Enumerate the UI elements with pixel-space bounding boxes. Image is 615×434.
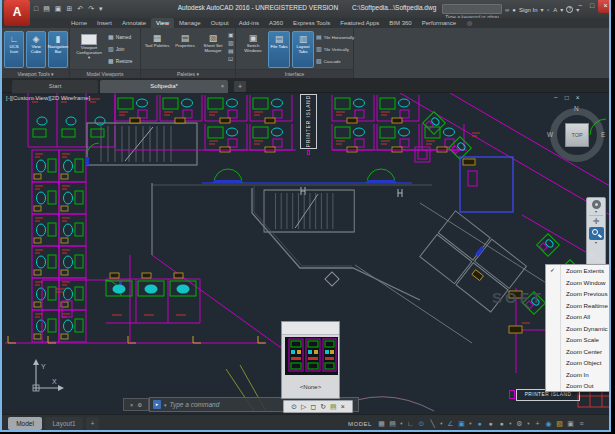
isolate-objects-icon[interactable]: ▧ (554, 415, 565, 432)
tile-vertically-button[interactable]: ▥ Tile Vertically (316, 44, 349, 55)
steering-wheel-icon[interactable] (592, 200, 601, 209)
drawing-minimize-icon[interactable]: − (554, 94, 558, 101)
stop-icon[interactable]: ◻ (310, 401, 316, 412)
loop-icon[interactable]: ↻ (320, 401, 326, 412)
annotation-visibility-icon[interactable]: ● (474, 415, 485, 432)
grid-icon[interactable]: ▦ (376, 415, 387, 432)
workspace-gear-icon[interactable]: ⚙ (514, 415, 525, 432)
open-icon[interactable]: ▤ (43, 3, 50, 14)
menu-item-zoom-in[interactable]: Zoom In (546, 369, 611, 381)
navigation-bar-button[interactable]: ▮ Navigation Bar (48, 31, 68, 68)
a360-dropdown-icon[interactable]: ▾ (560, 6, 563, 13)
switch-windows-button[interactable]: ▣ Switch Windows (240, 31, 266, 68)
new-layout-button[interactable]: + (86, 417, 99, 430)
annotation-monitor-icon[interactable]: + (532, 415, 543, 432)
a360-icon[interactable]: A (553, 7, 557, 13)
layout1-tab[interactable]: Layout1 (45, 417, 83, 430)
showmotion-close-icon[interactable]: × (341, 401, 345, 412)
menu-item-zoom-window[interactable]: Zoom Window (546, 277, 611, 289)
tool-palettes-button[interactable]: ▦ Tool Palettes (144, 31, 170, 68)
application-menu-button[interactable]: A (4, 0, 30, 26)
file-tab-softpedia[interactable]: Softpedia* × (100, 80, 228, 93)
osnap-icon[interactable]: ∠ (445, 415, 456, 432)
model-canvas[interactable]: Y X [-][Custom View][2D Wireframe] − □ ×… (2, 93, 611, 414)
snap-icon[interactable]: ▤ (387, 415, 398, 432)
panel-label-palettes[interactable]: Palettes ▾ (141, 69, 235, 78)
command-customize-icon[interactable]: ⚙ (137, 402, 142, 408)
menu-item-zoom-center[interactable]: Zoom Center (546, 346, 611, 358)
menu-item-zoom-scale[interactable]: Zoom Scale (546, 334, 611, 346)
tab-view[interactable]: View (151, 18, 174, 28)
command-close-icon[interactable]: × (130, 402, 133, 408)
join-viewports-button[interactable]: ▥ Join (108, 44, 124, 55)
snap-dropdown-icon[interactable]: ▾ (398, 415, 405, 432)
clean-screen-icon[interactable]: ▣ (565, 415, 576, 432)
command-dropdown-icon[interactable]: ▾ (164, 402, 167, 408)
drawing-close-icon[interactable]: × (576, 94, 580, 101)
maximize-button[interactable]: □ (586, 0, 598, 12)
ortho-icon[interactable]: ∟ (405, 415, 416, 432)
tile-horizontally-button[interactable]: ▤ Tile Horizontally (316, 32, 354, 43)
tab-insert[interactable]: Insert (92, 18, 117, 28)
palette-mini-icon-2[interactable]: ▥ (228, 40, 234, 47)
pin-icon[interactable]: ⊙ (291, 401, 297, 412)
viewcube-east-label[interactable]: E (601, 131, 605, 138)
viewcube-north-label[interactable]: N (574, 105, 579, 112)
close-button[interactable]: × (598, 0, 611, 13)
redo-icon[interactable]: ↷ (88, 3, 94, 14)
viewcube-top-face[interactable]: TOP (565, 123, 589, 147)
command-line-grip[interactable]: × ⚙ (123, 398, 149, 411)
tab-home[interactable]: Home (66, 18, 92, 28)
view-cube-button[interactable]: ◈ View Cube (26, 31, 46, 68)
ribbon-options-icon[interactable]: ◎ (461, 18, 472, 28)
plot-icon[interactable]: ⊞ (66, 3, 72, 14)
restore-viewports-button[interactable]: ▩ Restore (108, 56, 132, 67)
wheel-dropdown-icon[interactable]: ▾ (595, 210, 597, 214)
menu-item-zoom-all[interactable]: Zoom All (546, 311, 611, 323)
tab-addins[interactable]: Add-ins (234, 18, 264, 28)
panel-label-viewport-tools[interactable]: Viewport Tools ▾ (2, 69, 69, 78)
tab-featured-apps[interactable]: Featured Apps (335, 18, 384, 28)
polar-tracking-icon[interactable]: ⊙ (416, 415, 427, 432)
isodraft-dropdown-icon[interactable]: ▾ (438, 415, 445, 432)
search-icon[interactable]: ∞ (505, 7, 509, 13)
tab-annotate[interactable]: Annotate (117, 18, 151, 28)
showmotion-thumbnail[interactable] (285, 337, 338, 375)
file-tabs-button[interactable]: ▤ File Tabs (268, 31, 290, 68)
save-icon[interactable]: ▣ (55, 3, 62, 14)
autodesk-exchange-icon[interactable]: × (547, 7, 551, 13)
object-snap-icon[interactable]: ▣ (456, 415, 467, 432)
new-drawing-tab-button[interactable]: + (234, 81, 246, 92)
zoom-dropdown-icon[interactable]: ▾ (595, 241, 597, 245)
drawing-restore-icon[interactable]: □ (565, 94, 569, 101)
osnap-dropdown-icon[interactable]: ▾ (467, 415, 474, 432)
file-tab-start[interactable]: Start (12, 80, 98, 93)
model-tab[interactable]: Model (8, 417, 42, 430)
zoom-button[interactable] (589, 227, 604, 240)
cascade-button[interactable]: ▧ Cascade (316, 56, 341, 67)
minimize-button[interactable]: − (574, 0, 586, 12)
tab-manage[interactable]: Manage (174, 18, 206, 28)
tab-performance[interactable]: Performance (417, 18, 461, 28)
menu-item-zoom-dynamic[interactable]: Zoom Dynamic (546, 323, 611, 335)
menu-item-zoom-realtime[interactable]: Zoom Realtime (546, 300, 611, 312)
menu-item-zoom-previous[interactable]: Zoom Previous (546, 288, 611, 300)
menu-item-zoom-out[interactable]: Zoom Out (546, 380, 611, 392)
tab-output[interactable]: Output (206, 18, 234, 28)
new-icon[interactable]: □ (34, 3, 38, 14)
ucs-icon-button[interactable]: ∟ UCS Icon (4, 31, 24, 68)
menu-item-zoom-extents[interactable]: ✓ Zoom Extents (546, 265, 611, 277)
showmotion-panel[interactable]: <None> (281, 321, 340, 399)
isodraft-icon[interactable]: ╲ (427, 415, 438, 432)
palette-mini-icon-4[interactable]: ⊡ (228, 56, 234, 63)
viewcube[interactable]: TOP N W E (548, 106, 606, 164)
sign-in-button[interactable]: Sign In (519, 7, 538, 13)
panel-label-interface[interactable]: Interface (236, 69, 353, 78)
tab-bim360[interactable]: BIM 360 (384, 18, 416, 28)
menu-item-zoom-object[interactable]: Zoom Object (546, 357, 611, 369)
layout-tabs-button[interactable]: ▥ Layout Tabs (292, 31, 314, 68)
tab-a360[interactable]: A360 (264, 18, 288, 28)
viewport-controls[interactable]: [-][Custom View][2D Wireframe] (6, 95, 90, 101)
palette-mini-icon-3[interactable]: ▤ (228, 48, 234, 55)
hardware-acceleration-icon[interactable]: ◉ (543, 415, 554, 432)
